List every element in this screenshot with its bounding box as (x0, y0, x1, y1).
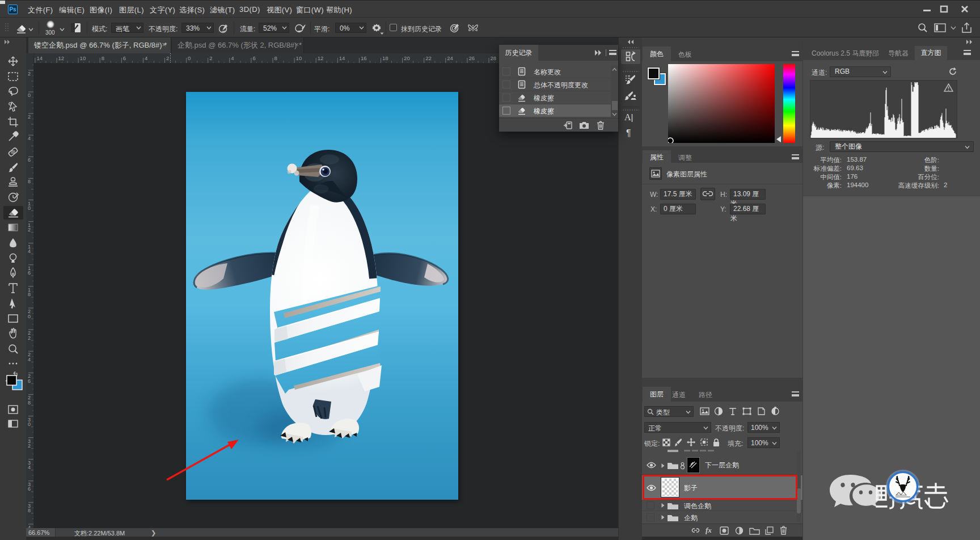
svg-text:4: 4 (231, 55, 234, 61)
svg-text:2: 2 (28, 335, 31, 341)
svg-text:18: 18 (382, 55, 388, 61)
svg-text:0: 0 (28, 314, 31, 319)
svg-text:4: 4 (145, 55, 147, 61)
svg-text:20: 20 (404, 55, 410, 61)
svg-text:24: 24 (447, 55, 453, 61)
svg-text:22: 22 (425, 55, 432, 61)
svg-text:0: 0 (28, 421, 31, 427)
svg-text:8: 8 (102, 55, 104, 61)
svg-text:8: 8 (28, 508, 31, 513)
svg-text:12: 12 (318, 55, 324, 61)
svg-text:2: 2 (28, 71, 31, 77)
svg-text:16: 16 (361, 55, 367, 61)
svg-text:12: 12 (58, 55, 65, 61)
svg-text:28: 28 (491, 55, 497, 61)
svg-text:26: 26 (468, 55, 475, 61)
svg-text:6: 6 (28, 270, 31, 276)
svg-text:2: 2 (28, 227, 31, 233)
svg-text:14: 14 (339, 55, 345, 61)
svg-text:4: 4 (28, 248, 31, 254)
svg-text:0: 0 (28, 92, 31, 98)
svg-text:8: 8 (28, 400, 31, 406)
svg-text:6: 6 (252, 55, 255, 61)
svg-text:2: 2 (28, 114, 31, 120)
svg-text:2: 2 (166, 55, 169, 61)
svg-text:0: 0 (188, 55, 191, 61)
svg-text:14: 14 (36, 55, 43, 61)
svg-text:10: 10 (296, 55, 302, 61)
svg-text:8: 8 (28, 292, 31, 297)
svg-text:6: 6 (28, 157, 31, 163)
svg-text:2: 2 (28, 443, 31, 449)
svg-text:6: 6 (123, 55, 126, 61)
svg-text:0: 0 (28, 205, 31, 211)
svg-text:2: 2 (209, 55, 212, 61)
svg-text:6: 6 (28, 378, 31, 384)
svg-text:10: 10 (80, 55, 86, 61)
svg-text:6: 6 (28, 486, 31, 492)
svg-text:4: 4 (28, 357, 31, 362)
svg-text:8: 8 (274, 55, 277, 61)
svg-text:4: 4 (28, 465, 31, 470)
svg-text:4: 4 (28, 136, 31, 141)
svg-text:8: 8 (28, 179, 31, 184)
